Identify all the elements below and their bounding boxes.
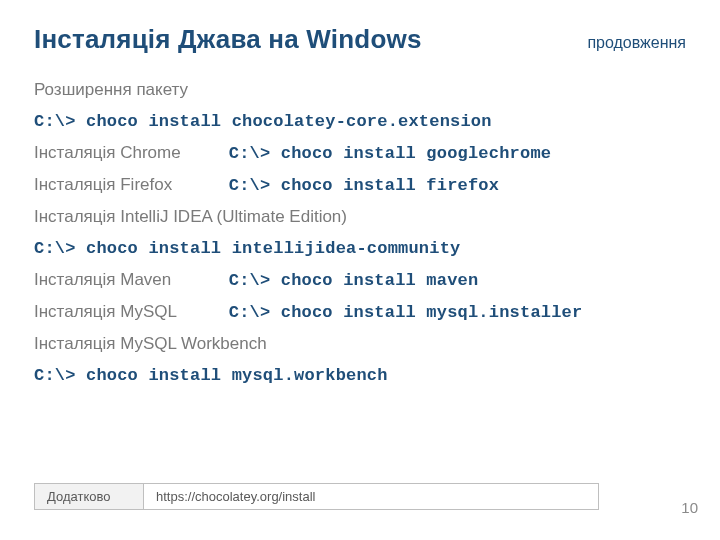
intellij-label: Інсталяція IntelliJ IDEA (Ultimate Editi…	[34, 208, 347, 225]
intellij-cmd: C:\> choco install intellijidea-communit…	[34, 239, 460, 258]
title-row: Інсталяція Джава на Windows продовження	[34, 24, 686, 55]
footer-table: Додатково https://chocolatey.org/install	[34, 483, 599, 510]
maven-line: Інсталяція Maven C:\> choco install mave…	[34, 271, 686, 289]
workbench-label-line: Інсталяція MySQL Workbench	[34, 335, 686, 352]
chrome-line: Інсталяція Chrome C:\> choco install goo…	[34, 144, 686, 162]
page-title: Інсталяція Джава на Windows	[34, 24, 422, 55]
intellij-cmd-line: C:\> choco install intellijidea-communit…	[34, 239, 686, 257]
workbench-label: Інсталяція MySQL Workbench	[34, 335, 267, 352]
page-number: 10	[681, 499, 698, 516]
ext-label: Розширення пакету	[34, 81, 188, 98]
table-row: Додатково https://chocolatey.org/install	[35, 484, 599, 510]
footer-label: Додатково	[35, 484, 144, 510]
mysql-label: Інсталяція MySQL	[34, 303, 224, 320]
chrome-cmd: C:\> choco install googlechrome	[229, 144, 551, 163]
chrome-label: Інсталяція Chrome	[34, 144, 224, 161]
workbench-cmd-line: C:\> choco install mysql.workbench	[34, 366, 686, 384]
slide-body: Розширення пакету C:\> choco install cho…	[34, 81, 686, 384]
workbench-cmd: C:\> choco install mysql.workbench	[34, 366, 388, 385]
ext-label-line: Розширення пакету	[34, 81, 686, 98]
firefox-label: Інсталяція Firefox	[34, 176, 224, 193]
maven-label: Інсталяція Maven	[34, 271, 224, 288]
mysql-cmd: C:\> choco install mysql.installer	[229, 303, 583, 322]
footer-url: https://chocolatey.org/install	[144, 484, 599, 510]
firefox-line: Інсталяція Firefox C:\> choco install fi…	[34, 176, 686, 194]
mysql-line: Інсталяція MySQL C:\> choco install mysq…	[34, 303, 686, 321]
ext-cmd: C:\> choco install chocolatey-core.exten…	[34, 112, 492, 131]
ext-cmd-line: C:\> choco install chocolatey-core.exten…	[34, 112, 686, 130]
maven-cmd: C:\> choco install maven	[229, 271, 479, 290]
firefox-cmd: C:\> choco install firefox	[229, 176, 499, 195]
slide: Інсталяція Джава на Windows продовження …	[0, 0, 720, 540]
page-subtitle: продовження	[587, 34, 686, 52]
intellij-label-line: Інсталяція IntelliJ IDEA (Ultimate Editi…	[34, 208, 686, 225]
